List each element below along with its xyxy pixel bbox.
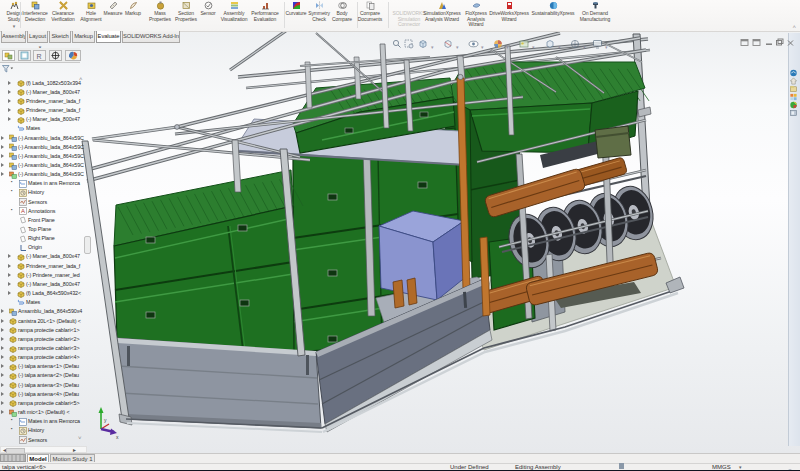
svg-text:x: x (116, 434, 119, 440)
svg-text:y: y (104, 417, 107, 423)
svg-text:R: R (37, 53, 42, 60)
svg-text:A: A (21, 208, 25, 214)
